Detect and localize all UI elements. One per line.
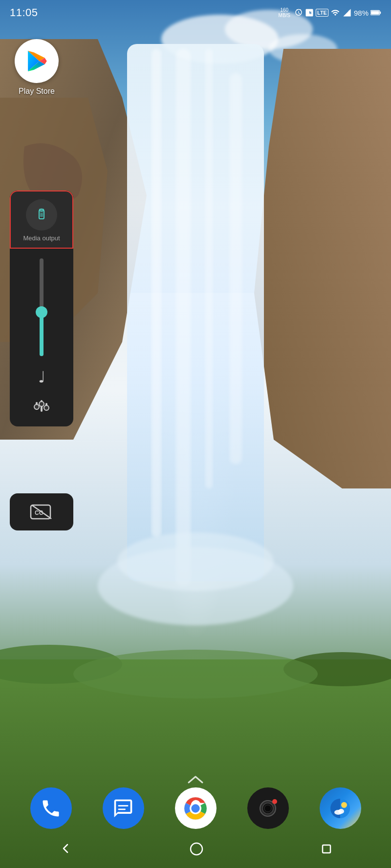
svg-point-44: [338, 809, 344, 814]
navigation-bar: [0, 831, 391, 868]
svg-point-26: [34, 404, 39, 409]
music-note-button[interactable]: ♩: [38, 368, 45, 386]
media-output-icon-circle: [26, 199, 57, 231]
nav-home-button[interactable]: [184, 836, 209, 864]
equalizer-button[interactable]: [34, 398, 49, 417]
nfc-icon: [305, 8, 314, 17]
closed-captions-icon: CC: [30, 503, 53, 521]
app-dock: [0, 787, 391, 829]
svg-rect-19: [380, 12, 381, 14]
volume-slider-track: [40, 258, 43, 356]
closed-captions-button[interactable]: CC: [10, 493, 73, 530]
volume-slider-thumb[interactable]: [36, 306, 47, 318]
dock-phone-app[interactable]: [30, 787, 72, 829]
lens-icon: [329, 798, 351, 819]
media-output-label: Media output: [23, 234, 60, 242]
play-store-label: Play Store: [19, 87, 55, 96]
svg-point-35: [191, 804, 199, 812]
svg-point-17: [73, 650, 318, 699]
volume-slider-container[interactable]: [32, 258, 51, 356]
svg-rect-46: [323, 845, 330, 853]
media-output-icon: [33, 206, 50, 224]
battery-percent: 98%: [354, 9, 369, 17]
status-time: 11:05: [10, 6, 38, 19]
battery-icon: [370, 9, 381, 17]
volume-slider-fill: [40, 312, 43, 356]
status-bar: 11:05 160 MB/S LTE 98%: [0, 0, 391, 25]
svg-point-45: [191, 843, 202, 855]
lte-icon: LTE: [316, 9, 328, 17]
svg-text:CC: CC: [35, 509, 43, 516]
play-store-app[interactable]: Play Store: [15, 39, 59, 96]
swipe-up-indicator[interactable]: [186, 774, 205, 787]
svg-rect-20: [371, 11, 379, 14]
svg-point-40: [272, 799, 277, 804]
nav-back-button[interactable]: [53, 836, 78, 864]
status-icons: 160 MB/S LTE 98%: [279, 7, 381, 18]
volume-panel: Media output ♩: [10, 191, 73, 426]
svg-rect-9: [176, 49, 191, 586]
dock-messages-app[interactable]: [103, 787, 144, 829]
media-output-button[interactable]: Media output: [10, 191, 73, 249]
svg-point-13: [117, 532, 274, 591]
svg-point-28: [44, 405, 49, 410]
svg-point-42: [341, 802, 347, 808]
play-store-icon-circle: [15, 39, 59, 83]
svg-rect-8: [152, 49, 161, 537]
camera-icon: [257, 798, 279, 819]
svg-marker-6: [254, 49, 391, 488]
svg-rect-10: [205, 49, 213, 488]
svg-rect-22: [40, 213, 43, 217]
svg-rect-11: [230, 73, 242, 464]
svg-rect-7: [127, 44, 264, 581]
dock-camera-app[interactable]: [247, 787, 289, 829]
signal-icon: [342, 8, 352, 17]
dock-chrome-app[interactable]: [175, 787, 217, 829]
volume-slider-area: ♩: [10, 249, 73, 426]
dock-lens-app[interactable]: [320, 787, 361, 829]
nav-recents-button[interactable]: [315, 837, 338, 863]
svg-point-39: [264, 805, 271, 812]
chrome-icon: [182, 795, 209, 822]
messages-icon: [112, 798, 134, 819]
alarm-icon: [294, 8, 303, 17]
wallpaper: [0, 0, 391, 868]
phone-icon: [40, 798, 62, 819]
svg-point-27: [39, 402, 44, 406]
wifi-icon: [330, 8, 340, 17]
